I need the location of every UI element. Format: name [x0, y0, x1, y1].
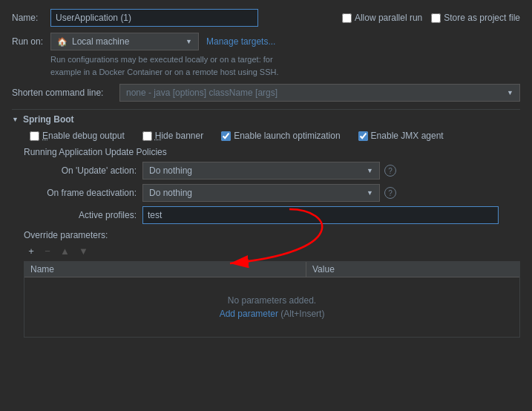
- update-action-arrow-icon: ▼: [367, 167, 373, 174]
- launch-optimization-checkbox[interactable]: [221, 131, 231, 141]
- parameters-table: Name Value No parameters added. Add para…: [24, 261, 520, 338]
- name-label: Name:: [12, 13, 50, 23]
- move-up-button[interactable]: ▲: [56, 243, 73, 258]
- jmx-agent-text: Enable JMX agent: [371, 131, 444, 141]
- table-header: Name Value: [24, 262, 519, 277]
- store-project-checkbox-label[interactable]: Store as project file: [431, 13, 520, 23]
- remove-parameter-button[interactable]: −: [40, 243, 55, 258]
- store-project-label: Store as project file: [444, 13, 520, 23]
- enable-debug-label[interactable]: Enable debug output: [30, 131, 125, 141]
- add-parameter-button[interactable]: +: [24, 243, 39, 258]
- allow-parallel-label: Allow parallel run: [355, 13, 422, 23]
- no-params-text: No parameters added.: [228, 295, 316, 306]
- allow-parallel-checkbox[interactable]: [342, 13, 352, 23]
- active-profiles-input[interactable]: [142, 206, 499, 224]
- section-collapse-arrow-icon: ▼: [12, 116, 19, 123]
- table-body: No parameters added. Add parameter (Alt+…: [24, 277, 519, 337]
- spring-boot-title: Spring Boot: [23, 114, 74, 125]
- table-col-value: Value: [306, 262, 519, 277]
- frame-deactivation-label: On frame deactivation:: [24, 188, 142, 198]
- update-policies-label: Running Application Update Policies: [24, 147, 520, 157]
- divider: [12, 109, 520, 110]
- frame-deactivation-arrow-icon: ▼: [367, 189, 373, 197]
- run-on-arrow-icon: ▼: [185, 38, 192, 45]
- add-parameter-link[interactable]: Add parameter: [220, 309, 278, 319]
- override-parameters-label: Override parameters:: [24, 230, 520, 240]
- spring-boot-section[interactable]: ▼ Spring Boot: [12, 114, 520, 125]
- frame-deactivation-select[interactable]: Do nothing ▼: [142, 184, 380, 202]
- enable-debug-text: Enable debug output: [42, 131, 125, 141]
- hide-banner-label[interactable]: Hide banner: [142, 131, 203, 141]
- launch-optimization-label[interactable]: Enable launch optimization: [221, 131, 340, 141]
- house-icon: 🏠: [57, 37, 68, 47]
- move-down-button[interactable]: ▼: [75, 243, 92, 258]
- hide-banner-checkbox[interactable]: [142, 131, 152, 141]
- jmx-agent-label[interactable]: Enable JMX agent: [358, 131, 444, 141]
- allow-parallel-checkbox-label[interactable]: Allow parallel run: [342, 13, 422, 23]
- add-parameter-row: Add parameter (Alt+Insert): [220, 309, 325, 319]
- shorten-label: Shorten command line:: [12, 88, 119, 98]
- add-parameter-shortcut-text: (Alt+Insert): [280, 309, 324, 319]
- manage-targets-link[interactable]: Manage targets...: [206, 36, 275, 47]
- frame-deactivation-help-icon[interactable]: ?: [384, 187, 396, 199]
- run-on-select[interactable]: 🏠 Local machine ▼: [50, 33, 199, 50]
- run-on-value: Local machine: [72, 36, 129, 47]
- enable-debug-checkbox[interactable]: [30, 131, 39, 141]
- run-on-label: Run on:: [12, 36, 50, 47]
- launch-optimization-text: Enable launch optimization: [234, 131, 340, 141]
- shorten-value: none - java [options] className [args]: [126, 88, 507, 98]
- update-action-help-icon[interactable]: ?: [384, 165, 396, 177]
- active-profiles-label: Active profiles:: [24, 210, 142, 220]
- jmx-agent-checkbox[interactable]: [358, 131, 368, 141]
- shorten-arrow-icon: ▼: [507, 89, 513, 96]
- store-project-checkbox[interactable]: [431, 13, 441, 23]
- update-action-label: On 'Update' action:: [24, 165, 142, 176]
- info-text: Run configurations may be executed local…: [50, 53, 520, 78]
- shorten-select[interactable]: none - java [options] className [args] ▼: [119, 84, 520, 102]
- update-action-value: Do nothing: [149, 165, 364, 176]
- hide-banner-text: Hide banner: [155, 131, 203, 141]
- table-col-name: Name: [24, 262, 306, 277]
- update-action-select[interactable]: Do nothing ▼: [142, 162, 380, 180]
- name-input[interactable]: [50, 9, 258, 27]
- frame-deactivation-value: Do nothing: [149, 188, 364, 198]
